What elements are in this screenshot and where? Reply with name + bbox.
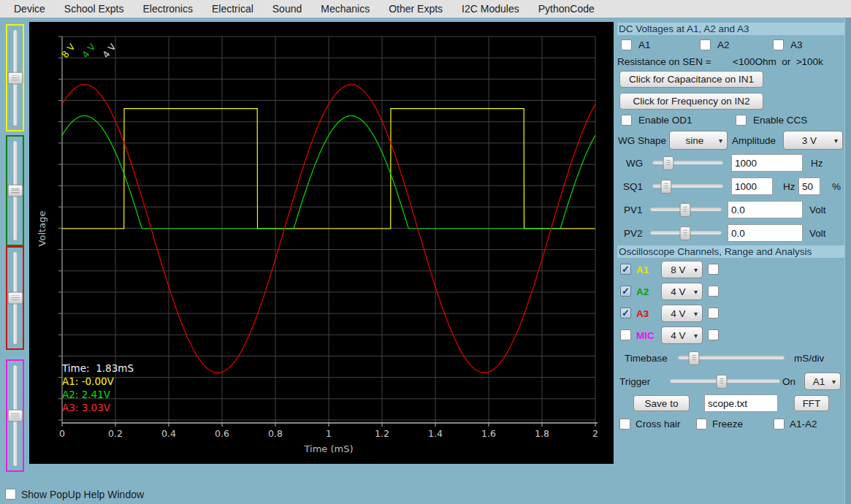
filename-input[interactable] xyxy=(704,394,778,412)
fft-button[interactable]: FFT xyxy=(794,395,829,411)
svg-text:1.4: 1.4 xyxy=(428,428,443,439)
wg-slider[interactable] xyxy=(652,156,723,169)
chevron-down-icon: ▾ xyxy=(719,137,722,145)
timebase-label: Timebase xyxy=(625,353,668,364)
channel-mic-analysis-checkbox[interactable] xyxy=(708,329,719,340)
trigger-label: Trigger xyxy=(619,376,650,387)
slider-thumb[interactable] xyxy=(688,351,699,365)
menu-bar: DeviceSchool ExptsElectronicsElectricalS… xyxy=(0,0,851,18)
channel-a1-enable-checkbox[interactable] xyxy=(620,264,631,275)
sq1-frequency-input[interactable] xyxy=(731,177,773,195)
channel-a2-enable-checkbox[interactable] xyxy=(620,286,631,297)
chevron-down-icon: ▾ xyxy=(694,332,698,340)
slider-thumb[interactable] xyxy=(7,410,23,422)
dc-a1-checkbox[interactable] xyxy=(621,39,632,50)
slider-thumb[interactable] xyxy=(7,292,23,305)
enable-od1-checkbox[interactable] xyxy=(621,115,632,126)
dc-a1-label: A1 xyxy=(638,39,651,50)
menu-electrical[interactable]: Electrical xyxy=(202,3,263,15)
channel-a3-range-dropdown[interactable]: 4 V▾ xyxy=(661,305,703,322)
pv2-slider[interactable] xyxy=(650,226,722,240)
chevron-down-icon: ▾ xyxy=(694,288,698,296)
pv1-unit: Volt xyxy=(809,205,826,215)
slider-thumb[interactable] xyxy=(680,203,691,217)
cross-hair-checkbox[interactable] xyxy=(619,419,630,429)
svg-text:0: 0 xyxy=(59,428,65,439)
slider-thumb[interactable] xyxy=(661,180,672,194)
slider-thumb[interactable] xyxy=(663,156,674,170)
channel-mic-label: MIC xyxy=(636,330,655,341)
dc-a2-checkbox[interactable] xyxy=(700,39,711,50)
dc-a3-checkbox[interactable] xyxy=(773,39,784,50)
sq1-duty-input[interactable] xyxy=(798,177,820,195)
level-slider-a2[interactable] xyxy=(6,135,24,246)
menu-mechanics[interactable]: Mechanics xyxy=(311,3,379,15)
menu-sound[interactable]: Sound xyxy=(263,3,311,15)
capacitance-button[interactable]: Click for Capacitance on IN1 xyxy=(619,71,763,88)
chevron-down-icon: ▾ xyxy=(834,137,838,145)
dc-voltages-header: DC Voltages at A1, A2 and A3 xyxy=(617,23,845,35)
svg-text:1.2: 1.2 xyxy=(375,428,389,439)
menu-school-expts[interactable]: School Expts xyxy=(55,3,134,15)
channel-a1-analysis-checkbox[interactable] xyxy=(708,264,719,275)
channel-a1-label: A1 xyxy=(636,264,649,275)
scope-y-axis-label: Voltage xyxy=(37,211,47,247)
menu-device[interactable]: Device xyxy=(4,3,55,15)
amplitude-dropdown[interactable]: 3 V▾ xyxy=(783,131,843,150)
a1-a2-checkbox[interactable] xyxy=(774,419,785,429)
resistance-value: <100Ohm or >100k xyxy=(733,56,823,67)
timebase-unit: mS/div xyxy=(794,353,824,364)
sq1-slider[interactable] xyxy=(652,179,723,193)
svg-text:0.2: 0.2 xyxy=(108,428,123,439)
chevron-down-icon: ▾ xyxy=(694,310,698,318)
channel-a2-analysis-checkbox[interactable] xyxy=(708,286,719,297)
channel-a2-range-dropdown[interactable]: 4 V▾ xyxy=(661,283,703,300)
svg-text:0.8: 0.8 xyxy=(268,428,283,439)
trigger-channel-dropdown[interactable]: A1▾ xyxy=(804,373,841,390)
dc-a3-label: A3 xyxy=(790,39,803,50)
channel-voltage-readout: A1: -0.00V xyxy=(62,375,114,387)
enable-ccs-label: Enable CCS xyxy=(753,115,807,126)
channel-a1-range-dropdown[interactable]: 8 V▾ xyxy=(661,261,703,278)
wg-shape-dropdown[interactable]: sine▾ xyxy=(669,131,728,150)
channel-a2-label: A2 xyxy=(636,286,649,297)
freeze-label: Freeze xyxy=(712,419,743,429)
menu-other-expts[interactable]: Other Expts xyxy=(379,3,452,15)
slider-thumb[interactable] xyxy=(680,226,691,240)
cursor-time-readout: Time: 1.83mS xyxy=(62,362,134,374)
slider-thumb[interactable] xyxy=(7,185,23,197)
enable-ccs-checkbox[interactable] xyxy=(736,115,747,126)
wg-frequency-input[interactable] xyxy=(731,154,803,172)
level-slider-a1[interactable] xyxy=(6,24,24,131)
pv2-voltage-input[interactable] xyxy=(728,224,803,242)
menu-i2c-modules[interactable]: I2C Modules xyxy=(452,3,529,15)
save-to-button[interactable]: Save to xyxy=(633,395,690,411)
channel-a3-analysis-checkbox[interactable] xyxy=(708,308,719,318)
show-popup-help-checkbox[interactable] xyxy=(5,489,16,500)
channel-a3-enable-checkbox[interactable] xyxy=(620,308,631,318)
sq1-unit: Hz xyxy=(783,181,795,192)
timebase-slider[interactable] xyxy=(678,351,785,364)
channel-mic-range-dropdown[interactable]: 4 V▾ xyxy=(661,327,703,344)
pv2-unit: Volt xyxy=(809,228,826,239)
oscilloscope-display: 00.20.40.60.811.21.41.61.82 Voltage Time… xyxy=(29,22,614,464)
svg-text:1: 1 xyxy=(326,428,332,439)
channel-a3-label: A3 xyxy=(636,308,649,319)
svg-text:1.8: 1.8 xyxy=(535,428,549,439)
level-slider-mic[interactable] xyxy=(6,359,24,472)
trigger-slider[interactable] xyxy=(670,374,780,388)
channel-mic-enable-checkbox[interactable] xyxy=(620,329,631,340)
slider-thumb[interactable] xyxy=(7,72,23,84)
channel-voltage-readout: A2: 2.41V xyxy=(62,389,110,400)
slider-thumb[interactable] xyxy=(716,375,727,389)
pv1-slider[interactable] xyxy=(650,202,722,216)
scope-plot[interactable]: 00.20.40.60.811.21.41.61.82 xyxy=(29,22,614,464)
menu-pythoncode[interactable]: PythonCode xyxy=(529,3,604,15)
menu-electronics[interactable]: Electronics xyxy=(134,3,202,15)
pv1-voltage-input[interactable] xyxy=(728,201,803,218)
dc-a2-label: A2 xyxy=(717,39,730,50)
freeze-checkbox[interactable] xyxy=(696,419,707,429)
level-slider-a3[interactable] xyxy=(6,246,24,350)
scrollbar[interactable] xyxy=(844,18,851,504)
frequency-button[interactable]: Click for Frequency on IN2 xyxy=(619,93,763,110)
